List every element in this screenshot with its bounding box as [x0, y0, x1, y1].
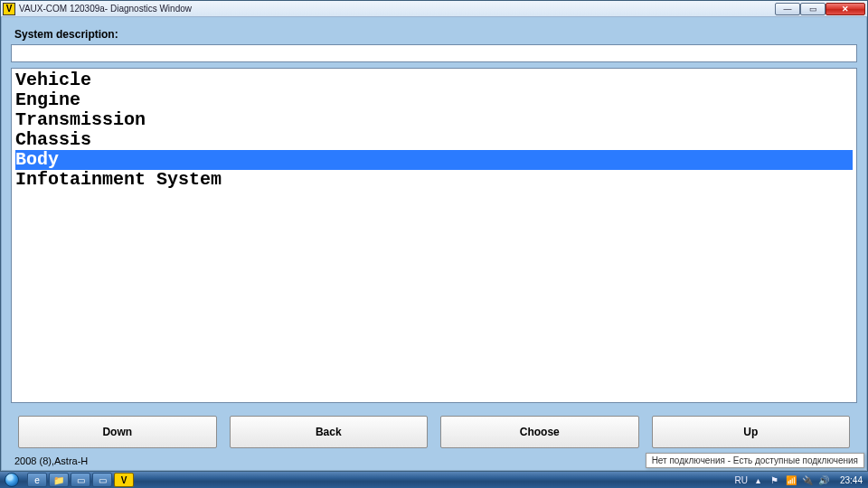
taskbar-app-1[interactable]: e: [27, 473, 47, 487]
system-tray: RU ▴ ⚑ 📶 🔌 🔊: [730, 475, 835, 485]
volume-icon[interactable]: 🔊: [818, 475, 829, 485]
list-item[interactable]: Transmission: [15, 110, 853, 130]
list-item[interactable]: Vehicle: [15, 70, 853, 90]
list-item[interactable]: Chassis: [15, 130, 853, 150]
titlebar: V VAUX-COM 120309a- Diagnostics Window —…: [1, 1, 867, 17]
choose-button-label: Choose: [520, 426, 560, 438]
list-item[interactable]: Engine: [15, 90, 853, 110]
taskbar: e 📁 ▭ ▭ V RU ▴ ⚑ 📶 🔌 🔊 23:44: [0, 472, 868, 488]
minimize-button[interactable]: —: [775, 3, 800, 15]
app-window: V VAUX-COM 120309a- Diagnostics Window —…: [0, 0, 868, 472]
bottom-button-row: Down Back Choose Up: [18, 416, 850, 448]
list-item[interactable]: Infotainment System: [15, 170, 853, 190]
taskbar-app-3[interactable]: ▭: [71, 473, 90, 487]
window-controls: — ▭ ✕: [775, 3, 865, 15]
windows-orb-icon: [5, 473, 19, 487]
network-icon[interactable]: 📶: [786, 475, 797, 485]
chevron-up-icon[interactable]: ▴: [753, 475, 764, 485]
system-description-label: System description:: [14, 28, 857, 41]
maximize-button[interactable]: ▭: [800, 3, 826, 15]
choose-button[interactable]: Choose: [440, 416, 639, 448]
start-button[interactable]: [0, 472, 24, 488]
down-button-label: Down: [102, 426, 132, 438]
network-balloon[interactable]: Нет подключения - Есть доступные подключ…: [646, 453, 864, 468]
list-item[interactable]: Body: [15, 150, 853, 170]
back-button[interactable]: Back: [230, 416, 429, 448]
up-button[interactable]: Up: [652, 416, 851, 448]
lang-indicator[interactable]: RU: [735, 475, 748, 485]
system-listbox[interactable]: VehicleEngineTransmissionChassisBodyInfo…: [11, 68, 857, 403]
up-button-label: Up: [743, 426, 758, 438]
app-icon-letter: V: [6, 4, 13, 14]
window-title: VAUX-COM 120309a- Diagnostics Window: [19, 4, 775, 14]
pinned-apps: e 📁 ▭ ▭ V: [27, 473, 134, 487]
system-description-input[interactable]: [11, 44, 857, 62]
client-area: System description: VehicleEngineTransmi…: [1, 17, 867, 471]
taskbar-clock[interactable]: 23:44: [835, 475, 868, 485]
app-icon: V: [3, 3, 15, 15]
power-icon[interactable]: 🔌: [802, 475, 813, 485]
flag-icon[interactable]: ⚑: [769, 475, 780, 485]
taskbar-app-vauxcom[interactable]: V: [114, 473, 134, 487]
taskbar-app-2[interactable]: 📁: [49, 473, 69, 487]
close-button[interactable]: ✕: [826, 3, 865, 15]
taskbar-app-4[interactable]: ▭: [92, 473, 112, 487]
down-button[interactable]: Down: [18, 416, 217, 448]
back-button-label: Back: [316, 426, 342, 438]
